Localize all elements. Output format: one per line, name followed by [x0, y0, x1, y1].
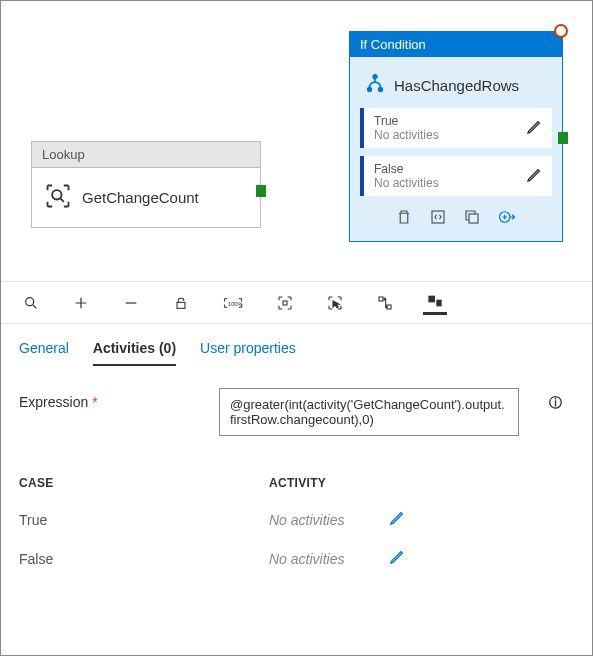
- lookup-activity-name: GetChangeCount: [82, 189, 199, 206]
- svg-point-0: [52, 190, 61, 199]
- canvas-toolbar: 100%: [1, 281, 592, 324]
- pipeline-canvas[interactable]: Lookup GetChangeCount If Condition: [1, 1, 592, 281]
- branch-sublabel: No activities: [374, 128, 439, 142]
- table-row: False No activities: [19, 539, 574, 578]
- minimap-toggle-button[interactable]: [423, 290, 447, 315]
- branch-sublabel: No activities: [374, 176, 439, 190]
- lookup-type-label: Lookup: [32, 142, 260, 168]
- validation-indicator-icon: [554, 24, 568, 38]
- output-connector[interactable]: [558, 132, 568, 144]
- search-button[interactable]: [19, 291, 43, 315]
- svg-point-7: [26, 297, 34, 305]
- if-condition-type-label: If Condition: [350, 32, 562, 57]
- select-button[interactable]: [323, 291, 347, 315]
- table-row: True No activities: [19, 500, 574, 539]
- branch-icon: [364, 73, 386, 98]
- tab-general[interactable]: General: [19, 340, 69, 366]
- delete-icon[interactable]: [395, 208, 413, 229]
- zoom-out-button[interactable]: [119, 291, 143, 315]
- lookup-activity-node[interactable]: Lookup GetChangeCount: [31, 141, 261, 228]
- case-cell: False: [19, 551, 269, 567]
- svg-rect-13: [428, 296, 435, 303]
- pencil-edit-icon[interactable]: [389, 549, 405, 568]
- case-cell: True: [19, 512, 269, 528]
- pencil-edit-icon[interactable]: [526, 167, 542, 186]
- property-tabs: General Activities (0) User properties: [1, 324, 592, 366]
- expression-input[interactable]: @greater(int(activity('GetChangeCount').…: [219, 388, 519, 436]
- add-arrow-icon[interactable]: [497, 208, 517, 229]
- expression-label: Expression *: [19, 388, 189, 410]
- activity-cell: No activities: [269, 551, 389, 567]
- activity-cell: No activities: [269, 512, 389, 528]
- column-header-case: CASE: [19, 476, 269, 490]
- svg-point-3: [379, 88, 383, 92]
- svg-text:100%: 100%: [228, 300, 243, 306]
- svg-rect-4: [432, 211, 444, 223]
- fit-screen-button[interactable]: [273, 291, 297, 315]
- column-header-activity: ACTIVITY: [269, 476, 326, 490]
- case-activity-table: CASE ACTIVITY True No activities False N…: [1, 446, 592, 588]
- svg-rect-8: [177, 302, 185, 308]
- auto-align-button[interactable]: [373, 291, 397, 315]
- lock-button[interactable]: [169, 291, 193, 315]
- branch-card-true[interactable]: True No activities: [360, 108, 552, 148]
- info-icon[interactable]: ⓘ: [549, 388, 562, 412]
- pencil-edit-icon[interactable]: [526, 119, 542, 138]
- tab-user-properties[interactable]: User properties: [200, 340, 296, 366]
- if-condition-activity-name: HasChangedRows: [394, 77, 519, 94]
- svg-rect-10: [283, 301, 287, 305]
- search-lookup-icon: [44, 182, 72, 213]
- zoom-reset-button[interactable]: 100%: [219, 292, 247, 314]
- svg-point-2: [368, 88, 372, 92]
- svg-point-1: [373, 75, 377, 79]
- tab-activities[interactable]: Activities (0): [93, 340, 176, 366]
- copy-icon[interactable]: [463, 208, 481, 229]
- svg-rect-11: [379, 297, 383, 301]
- code-icon[interactable]: [429, 208, 447, 229]
- svg-rect-5: [469, 214, 478, 223]
- branch-label: True: [374, 114, 439, 128]
- if-condition-activity-node[interactable]: If Condition HasChangedRows True No acti…: [349, 31, 563, 242]
- svg-rect-14: [436, 300, 441, 307]
- output-connector[interactable]: [256, 185, 266, 197]
- branch-card-false[interactable]: False No activities: [360, 156, 552, 196]
- zoom-in-button[interactable]: [69, 291, 93, 315]
- pencil-edit-icon[interactable]: [389, 510, 405, 529]
- branch-label: False: [374, 162, 439, 176]
